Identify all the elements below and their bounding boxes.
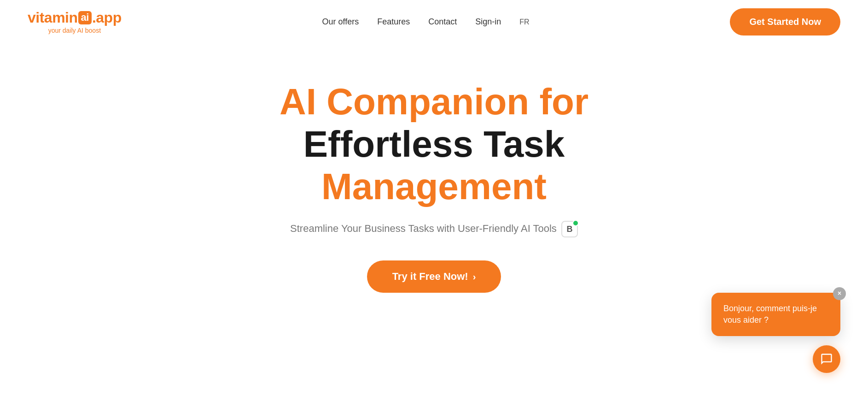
nav-our-offers[interactable]: Our offers <box>322 17 359 27</box>
logo-brand: vitamin <box>28 9 78 26</box>
try-free-arrow: › <box>473 272 476 282</box>
chat-close-button[interactable]: × <box>833 287 846 300</box>
try-free-button[interactable]: Try it Free Now! › <box>367 260 501 293</box>
hero-line1: AI Companion for <box>280 81 588 123</box>
chat-icon <box>820 353 833 366</box>
hero-line3: Management <box>280 165 588 208</box>
user-badge: B <box>561 221 578 237</box>
header: vitaminai.app your daily AI boost Our of… <box>0 0 868 44</box>
hero-section: AI Companion for Effortless Task Managem… <box>0 44 868 320</box>
logo-text: vitaminai.app <box>28 10 122 26</box>
nav: Our offers Features Contact Sign-in FR <box>322 17 529 27</box>
get-started-button[interactable]: Get Started Now <box>730 8 840 35</box>
nav-sign-in[interactable]: Sign-in <box>475 17 501 27</box>
logo-tagline: your daily AI boost <box>28 27 122 34</box>
logo-ai-badge: ai <box>78 11 92 24</box>
hero-line2: Effortless Task <box>280 123 588 165</box>
hero-title: AI Companion for Effortless Task Managem… <box>280 81 588 208</box>
chat-popup-text: Bonjour, comment puis-je vous aider ? <box>723 304 817 325</box>
nav-contact[interactable]: Contact <box>428 17 457 27</box>
logo[interactable]: vitaminai.app your daily AI boost <box>28 10 122 34</box>
logo-app: .app <box>92 9 122 26</box>
hero-subtitle: Streamline Your Business Tasks with User… <box>290 221 578 237</box>
chat-popup: × Bonjour, comment puis-je vous aider ? <box>711 293 840 336</box>
nav-lang-fr[interactable]: FR <box>519 18 529 26</box>
chat-bubble-button[interactable] <box>813 345 840 373</box>
nav-features[interactable]: Features <box>377 17 410 27</box>
try-free-label: Try it Free Now! <box>392 271 468 283</box>
